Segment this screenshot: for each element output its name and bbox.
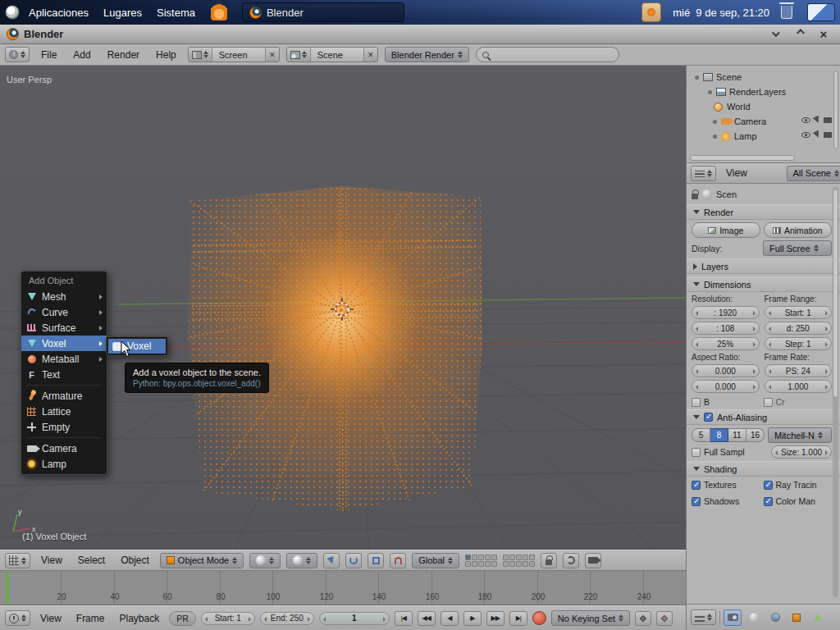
jump-to-start-button[interactable]: |◀ xyxy=(395,611,413,626)
shadows-checkbox[interactable] xyxy=(692,497,701,506)
editor-type-button[interactable] xyxy=(691,609,716,625)
full-sample-checkbox[interactable] xyxy=(692,448,701,457)
menu-item-text[interactable]: FText xyxy=(21,367,107,382)
select-menu[interactable]: Select xyxy=(73,553,110,568)
snap-button[interactable] xyxy=(390,553,406,568)
render-engine-dropdown[interactable]: Blender Render xyxy=(385,47,469,62)
aa-samples-11-button[interactable]: 11 xyxy=(728,428,746,442)
draw-type-dropdown[interactable] xyxy=(249,553,281,568)
object-data-tab[interactable] xyxy=(809,609,827,626)
menu-item-surface[interactable]: Surface xyxy=(21,320,107,336)
properties-editor[interactable]: Scen Render Image Animation Display: Ful… xyxy=(686,184,840,604)
menu-item-empty[interactable]: Empty xyxy=(21,419,107,435)
visibility-toggle-icon[interactable] xyxy=(801,132,810,138)
current-frame-field[interactable]: 1 xyxy=(319,612,390,625)
layer-cell[interactable] xyxy=(529,555,535,560)
timeline-view-menu[interactable]: View xyxy=(35,611,66,626)
view-menu[interactable]: View xyxy=(36,553,67,568)
layer-cell[interactable] xyxy=(509,555,515,560)
resolution-percentage-field[interactable]: 25% xyxy=(692,337,760,350)
crop-checkbox-row[interactable]: Cr xyxy=(764,397,833,407)
aa-samples-16-button[interactable]: 16 xyxy=(746,428,765,442)
tray-icon[interactable] xyxy=(641,2,661,22)
object-menu[interactable]: Object xyxy=(116,553,154,568)
border-checkbox-row[interactable]: B xyxy=(692,397,760,407)
add-menu-button[interactable]: Add xyxy=(68,48,95,62)
resolution-x-field[interactable]: : 1920 xyxy=(692,306,760,319)
frame-step-field[interactable]: Step: 1 xyxy=(765,337,833,350)
layer-cell[interactable] xyxy=(509,561,515,567)
frame-start-field[interactable]: Start: 1 xyxy=(765,306,833,319)
jump-to-end-button[interactable]: ▶| xyxy=(509,611,527,626)
scrollbar-thumb[interactable] xyxy=(833,189,838,398)
layer-cell[interactable] xyxy=(516,561,522,567)
scene-selector[interactable]: Scene × xyxy=(286,47,378,62)
file-menu[interactable]: File xyxy=(36,48,62,62)
outliner-row-scene[interactable]: Scene xyxy=(693,70,840,84)
play-button[interactable]: ▶ xyxy=(463,611,482,626)
selectability-toggle-icon[interactable] xyxy=(813,130,822,139)
properties-scrollbar[interactable] xyxy=(833,187,838,597)
window-titlebar[interactable]: Blender × xyxy=(0,25,840,44)
fps-field[interactable]: PS: 24 xyxy=(765,364,833,377)
menu-item-lamp[interactable]: Lamp xyxy=(21,456,107,472)
resolution-y-field[interactable]: : 108 xyxy=(692,322,760,335)
layers-panel-header[interactable]: Layers xyxy=(687,258,840,274)
editor-type-button[interactable] xyxy=(5,553,30,568)
antialiasing-panel-header[interactable]: Anti-Aliasing xyxy=(687,409,840,425)
timeline-playback-menu[interactable]: Playback xyxy=(114,611,164,626)
screen-unlink-button[interactable]: × xyxy=(265,48,279,62)
outliner-item-label[interactable]: World xyxy=(727,102,751,112)
layer-cell[interactable] xyxy=(491,555,497,560)
layer-cell[interactable] xyxy=(503,555,509,560)
timeline-frame-menu[interactable]: Frame xyxy=(71,611,110,626)
trash-icon[interactable] xyxy=(781,6,792,19)
menu-item-curve[interactable]: Curve xyxy=(21,304,107,320)
timeline-ruler[interactable]: 20 40 60 80 100 120 140 160 180 200 220 … xyxy=(0,571,686,605)
object-tab[interactable] xyxy=(788,609,806,626)
raytracing-checkbox[interactable] xyxy=(764,481,773,490)
outliner-row-camera[interactable]: Camera xyxy=(693,114,840,129)
transform-orientation-dropdown[interactable]: Global xyxy=(412,553,459,568)
aa-size-field[interactable]: Size: 1.000 xyxy=(771,445,832,459)
layer-cell[interactable] xyxy=(491,561,497,567)
crop-checkbox[interactable] xyxy=(764,398,773,407)
outliner-row-world[interactable]: World xyxy=(693,99,840,114)
render-animation-button[interactable]: Animation xyxy=(764,222,833,238)
manipulator-translate-button[interactable] xyxy=(323,553,340,568)
system-menu[interactable]: Sistema xyxy=(151,3,201,22)
outliner-item-label[interactable]: Camera xyxy=(734,116,766,126)
renderability-toggle-icon[interactable] xyxy=(824,117,832,123)
screen-layout-selector[interactable]: Screen × xyxy=(188,47,280,62)
screen-layout-value[interactable]: Screen xyxy=(212,48,265,62)
frame-end-field[interactable]: d: 250 xyxy=(765,322,833,335)
menu-item-lattice[interactable]: Lattice xyxy=(21,404,107,419)
frame-end-field[interactable]: End: 250 xyxy=(260,612,314,625)
editor-type-button[interactable] xyxy=(691,166,716,181)
help-menu[interactable]: Help xyxy=(151,48,181,62)
pivot-point-dropdown[interactable] xyxy=(286,553,317,568)
render-tab[interactable] xyxy=(724,609,742,626)
outliner-display-mode-dropdown[interactable]: All Scene xyxy=(787,166,840,181)
scene-value[interactable]: Scene xyxy=(311,48,363,62)
layer-cell[interactable] xyxy=(478,555,484,560)
aa-filter-dropdown[interactable]: Mitchell-N xyxy=(768,427,832,443)
layer-cell[interactable] xyxy=(472,561,477,567)
expand-dot-icon[interactable] xyxy=(713,135,717,139)
search-box[interactable] xyxy=(476,47,619,62)
submenu-item-voxel[interactable]: Voxel xyxy=(108,339,166,354)
layer-cell[interactable] xyxy=(478,561,484,567)
preview-range-button[interactable]: PR xyxy=(169,611,196,626)
aspect-y-field[interactable]: 0.000 xyxy=(692,380,760,393)
search-input[interactable] xyxy=(493,50,600,60)
window-list-button[interactable]: Blender xyxy=(242,2,404,22)
window-maximize-button[interactable] xyxy=(789,27,809,41)
play-reverse-button[interactable]: ◀ xyxy=(441,611,459,626)
places-menu[interactable]: Lugares xyxy=(98,3,148,22)
full-sample-checkbox-row[interactable]: Full Sampl xyxy=(692,447,768,457)
expand-dot-icon[interactable] xyxy=(695,75,699,80)
color-management-checkbox[interactable] xyxy=(764,497,773,506)
lock-to-scene-button[interactable] xyxy=(541,553,557,568)
expand-dot-icon[interactable] xyxy=(713,120,717,124)
display-mode-dropdown[interactable]: Full Scree xyxy=(763,240,832,256)
